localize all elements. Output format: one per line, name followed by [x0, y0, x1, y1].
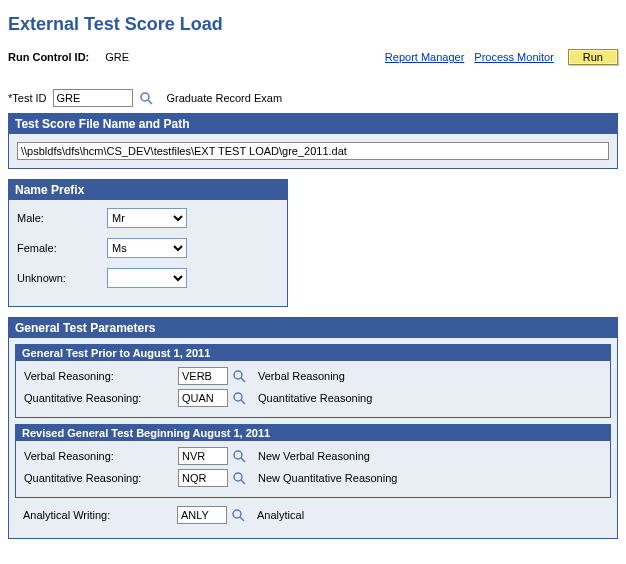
run-button[interactable]: Run [568, 49, 618, 65]
test-id-input[interactable] [53, 89, 133, 107]
revised-test-header: Revised General Test Beginning August 1,… [16, 425, 610, 441]
svg-line-1 [148, 100, 152, 104]
param-code-input[interactable] [178, 447, 228, 465]
file-path-header: Test Score File Name and Path [9, 114, 617, 134]
svg-point-6 [234, 451, 242, 459]
param-label: Quantitative Reasoning: [24, 392, 174, 404]
general-test-parameters-section: General Test Parameters General Test Pri… [8, 317, 618, 539]
lookup-icon[interactable] [232, 471, 246, 485]
test-id-label: *Test ID [8, 92, 47, 104]
lookup-icon[interactable] [139, 91, 153, 105]
param-code-input[interactable] [178, 469, 228, 487]
name-prefix-header: Name Prefix [9, 180, 287, 200]
revised-test-section: Revised General Test Beginning August 1,… [15, 424, 611, 498]
param-row-quant-revised: Quantitative Reasoning: New Quantitative… [24, 469, 602, 487]
lookup-icon[interactable] [232, 449, 246, 463]
prefix-row-unknown: Unknown: [17, 268, 279, 288]
report-manager-link[interactable]: Report Manager [385, 51, 465, 63]
prior-test-header: General Test Prior to August 1, 2011 [16, 345, 610, 361]
file-path-section: Test Score File Name and Path [8, 113, 618, 169]
run-control-value: GRE [105, 51, 129, 63]
param-desc: New Quantitative Reasoning [258, 472, 397, 484]
param-desc: Verbal Reasoning [258, 370, 345, 382]
param-row-quant-prior: Quantitative Reasoning: Quantitative Rea… [24, 389, 602, 407]
param-desc: New Verbal Reasoning [258, 450, 370, 462]
test-id-description: Graduate Record Exam [167, 92, 283, 104]
process-monitor-link[interactable]: Process Monitor [474, 51, 553, 63]
prefix-row-female: Female: Ms [17, 238, 279, 258]
param-row-analytical: Analytical Writing: Analytical [15, 504, 611, 528]
svg-point-2 [234, 371, 242, 379]
svg-point-8 [234, 473, 242, 481]
param-label: Verbal Reasoning: [24, 370, 174, 382]
name-prefix-section: Name Prefix Male: Mr Female: Ms Unknown: [8, 179, 288, 307]
test-id-row: *Test ID Graduate Record Exam [8, 89, 618, 107]
svg-line-5 [241, 400, 245, 404]
param-row-verbal-prior: Verbal Reasoning: Verbal Reasoning [24, 367, 602, 385]
prefix-select-male[interactable]: Mr [107, 208, 187, 228]
svg-point-0 [141, 93, 149, 101]
prefix-label-male: Male: [17, 212, 107, 224]
svg-line-9 [241, 480, 245, 484]
param-label: Verbal Reasoning: [24, 450, 174, 462]
run-control-label: Run Control ID: [8, 51, 89, 63]
lookup-icon[interactable] [232, 369, 246, 383]
param-code-input[interactable] [178, 389, 228, 407]
param-code-input[interactable] [178, 367, 228, 385]
param-row-verbal-revised: Verbal Reasoning: New Verbal Reasoning [24, 447, 602, 465]
prefix-label-female: Female: [17, 242, 107, 254]
param-desc: Analytical [257, 509, 304, 521]
page-title: External Test Score Load [8, 14, 618, 35]
svg-line-11 [240, 517, 244, 521]
prefix-label-unknown: Unknown: [17, 272, 107, 284]
svg-line-7 [241, 458, 245, 462]
svg-line-3 [241, 378, 245, 382]
lookup-icon[interactable] [232, 391, 246, 405]
param-desc: Quantitative Reasoning [258, 392, 372, 404]
top-bar: Run Control ID: GRE Report Manager Proce… [8, 49, 618, 65]
param-code-input[interactable] [177, 506, 227, 524]
svg-point-4 [234, 393, 242, 401]
prefix-select-female[interactable]: Ms [107, 238, 187, 258]
prefix-row-male: Male: Mr [17, 208, 279, 228]
param-label: Analytical Writing: [23, 509, 173, 521]
general-test-parameters-header: General Test Parameters [9, 318, 617, 338]
svg-point-10 [233, 510, 241, 518]
prefix-select-unknown[interactable] [107, 268, 187, 288]
file-path-input[interactable] [17, 142, 609, 160]
prior-test-section: General Test Prior to August 1, 2011 Ver… [15, 344, 611, 418]
param-label: Quantitative Reasoning: [24, 472, 174, 484]
lookup-icon[interactable] [231, 508, 245, 522]
